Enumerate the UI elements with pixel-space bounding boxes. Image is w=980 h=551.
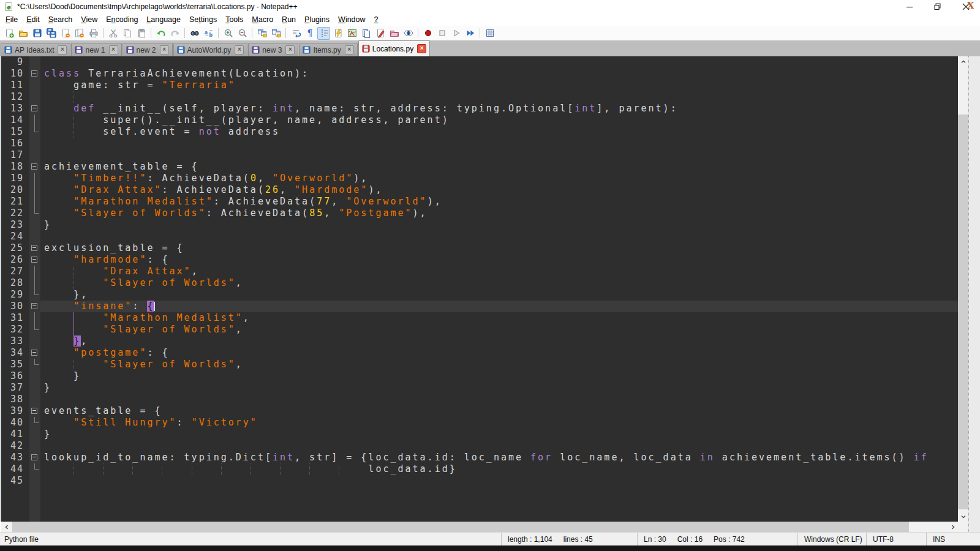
tab-close-button[interactable]: ×	[417, 44, 426, 53]
code-line-20[interactable]: 20 "Drax Attax": AchieveData(26, "Hardmo…	[1, 184, 958, 196]
function-list-button[interactable]	[331, 27, 344, 40]
code-line-15[interactable]: 15 self.event = not address	[1, 126, 958, 138]
close-button[interactable]	[59, 27, 72, 40]
menu-macro[interactable]: Macro	[247, 14, 277, 25]
code-line-36[interactable]: 36 }	[1, 370, 958, 382]
zoom-in-button[interactable]	[222, 27, 235, 40]
macro-play-button[interactable]	[450, 27, 462, 40]
code-line-10[interactable]: 10class TerrariaAchievement(Location):	[1, 68, 958, 80]
tab-new-3[interactable]: new 3×	[248, 43, 298, 56]
document-map-button[interactable]	[345, 27, 358, 40]
redo-button[interactable]	[168, 27, 181, 40]
code-line-25[interactable]: 25exclusion_table = {	[1, 242, 958, 254]
code-line-14[interactable]: 14 super().__init__(player, name, addres…	[1, 114, 958, 126]
code-line-12[interactable]: 12	[1, 91, 958, 103]
fold-marker-box[interactable]	[29, 301, 40, 312]
code-line-31[interactable]: 31 "Marathon Medalist",	[1, 312, 958, 324]
menu-help[interactable]: ?	[370, 14, 383, 25]
code-line-16[interactable]: 16	[1, 138, 958, 149]
code-line-32[interactable]: 32 "Slayer of Worlds",	[1, 324, 958, 335]
tab-close-button[interactable]: ×	[285, 45, 295, 54]
code-line-30[interactable]: 30 "insane": {	[1, 301, 958, 312]
code-line-39[interactable]: 39events_table = {	[1, 405, 958, 417]
tab-new-2[interactable]: new 2×	[123, 43, 173, 56]
save-all-button[interactable]	[45, 27, 58, 40]
fold-marker-box[interactable]	[29, 405, 40, 417]
tab-locations-py[interactable]: Locations.py×	[358, 40, 430, 56]
tab-close-button[interactable]: ×	[345, 45, 354, 54]
code-line-19[interactable]: 19 "Timber!!": AchieveData(0, "Overworld…	[1, 173, 958, 184]
word-wrap-button[interactable]	[289, 27, 302, 40]
tab-close-button[interactable]: ×	[58, 45, 67, 54]
code-line-13[interactable]: 13 def __init__(self, player: int, name:…	[1, 103, 958, 114]
copy-button[interactable]	[121, 27, 134, 40]
monitoring-button[interactable]	[402, 27, 415, 40]
code-line-38[interactable]: 38	[1, 394, 958, 405]
code-line-28[interactable]: 28 "Slayer of Worlds",	[1, 277, 958, 289]
code-line-29[interactable]: 29 },	[1, 289, 958, 301]
code-line-33[interactable]: 33 },	[1, 335, 958, 347]
fold-marker-box[interactable]	[29, 161, 40, 173]
code-line-22[interactable]: 22 "Slayer of Worlds": AchieveData(85, "…	[1, 208, 958, 219]
code-line-40[interactable]: 40 "Still Hungry": "Victory"	[1, 417, 958, 429]
tab-close-button[interactable]: ×	[235, 45, 244, 54]
scroll-down-arrow[interactable]	[958, 511, 968, 522]
folder-as-workspace-button[interactable]	[388, 27, 401, 40]
zoom-out-button[interactable]	[236, 27, 249, 40]
macro-record-button[interactable]	[421, 27, 434, 40]
vertical-scrollbar[interactable]	[958, 56, 968, 522]
restore-button[interactable]	[924, 0, 952, 13]
fold-marker-box[interactable]	[29, 347, 40, 359]
code-line-37[interactable]: 37}	[1, 382, 958, 394]
menu-language[interactable]: Language	[142, 14, 185, 25]
code-line-42[interactable]: 42	[1, 440, 958, 452]
fold-marker-box[interactable]	[29, 103, 40, 114]
menu-file[interactable]: File	[1, 14, 22, 25]
user-defined-language-button[interactable]	[374, 27, 386, 40]
scroll-left-arrow[interactable]	[1, 522, 12, 532]
code-line-9[interactable]: 9	[1, 56, 958, 68]
fold-marker-box[interactable]	[29, 254, 40, 266]
menu-view[interactable]: View	[77, 14, 102, 25]
sync-horizontal-button[interactable]	[270, 27, 282, 40]
document-list-button[interactable]	[360, 27, 372, 40]
code-line-24[interactable]: 24	[1, 231, 958, 242]
macro-save-button[interactable]	[483, 27, 496, 40]
paste-button[interactable]	[135, 27, 148, 40]
tab-close-button[interactable]: ×	[160, 45, 169, 54]
horizontal-scroll-thumb[interactable]	[12, 522, 909, 532]
tab-autoworld-py[interactable]: AutoWorld.py×	[173, 43, 248, 56]
scroll-right-arrow[interactable]	[948, 522, 958, 532]
show-indent-guide-button[interactable]	[317, 27, 330, 40]
tab-new-1[interactable]: new 1×	[71, 43, 121, 56]
code-editor[interactable]: 910class TerrariaAchievement(Location):1…	[1, 56, 958, 522]
find-button[interactable]	[188, 27, 201, 40]
minimize-button[interactable]	[895, 0, 924, 13]
horizontal-scrollbar[interactable]	[1, 522, 958, 532]
code-line-35[interactable]: 35 "Slayer of Worlds",	[1, 359, 958, 370]
code-line-11[interactable]: 11 game: str = "Terraria"	[1, 80, 958, 91]
print-button[interactable]	[87, 27, 100, 40]
sync-vertical-button[interactable]	[255, 27, 268, 40]
macro-stop-button[interactable]	[435, 27, 448, 40]
menu-encoding[interactable]: Encoding	[102, 14, 142, 25]
code-line-26[interactable]: 26 "hardmode": {	[1, 254, 958, 266]
code-line-34[interactable]: 34 "postgame": {	[1, 347, 958, 359]
close-button[interactable]	[952, 0, 980, 13]
document-close-x[interactable]: X	[967, 1, 974, 10]
macro-run-multiple-button[interactable]	[464, 27, 477, 40]
menu-run[interactable]: Run	[277, 14, 300, 25]
fold-marker-box[interactable]	[29, 452, 40, 463]
code-line-44[interactable]: 44 loc_data.id}	[1, 463, 958, 475]
tab-items-py[interactable]: Items.py×	[299, 43, 357, 56]
show-all-characters-button[interactable]: ¶	[303, 27, 316, 40]
code-line-41[interactable]: 41}	[1, 429, 958, 440]
cut-button[interactable]	[107, 27, 119, 40]
fold-marker-box[interactable]	[29, 242, 40, 254]
new-file-button[interactable]	[2, 27, 15, 40]
save-button[interactable]	[31, 27, 43, 40]
close-all-button[interactable]	[73, 27, 86, 40]
code-line-45[interactable]: 45	[1, 475, 958, 487]
code-line-21[interactable]: 21 "Marathon Medalist": AchieveData(77, …	[1, 196, 958, 208]
code-line-18[interactable]: 18achievement_table = {	[1, 161, 958, 173]
